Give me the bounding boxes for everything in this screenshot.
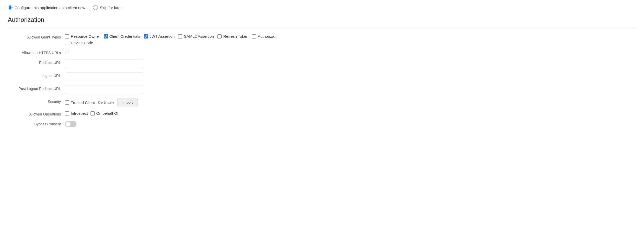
introspect-checkbox[interactable]: [65, 111, 69, 115]
skip-later-label: Skip for later: [100, 5, 122, 10]
skip-later-option[interactable]: Skip for later: [93, 5, 122, 10]
toggle-slider: [65, 121, 76, 127]
logout-url-row: Logout URL: [8, 73, 636, 81]
configure-now-label: Configure this application as a client n…: [15, 5, 85, 10]
jwt-assertion-checkbox[interactable]: [144, 34, 148, 38]
authorization-label: Authoriza...: [258, 34, 278, 38]
logout-url-controls: [65, 73, 636, 81]
post-logout-url-controls: [65, 86, 636, 94]
client-credentials-checkbox[interactable]: [104, 34, 108, 38]
authorization-form: Allowed Grant Types Resource Owner Clien…: [8, 34, 636, 127]
refresh-token-checkbox-group[interactable]: Refresh Token: [217, 34, 248, 38]
security-inner-row: Trusted Client Certificate Import: [65, 99, 138, 106]
client-credentials-label: Client Credentials: [110, 34, 140, 38]
allow-non-https-controls: [65, 50, 636, 53]
introspect-label: Introspect: [71, 111, 88, 115]
resource-owner-checkbox[interactable]: [65, 34, 69, 38]
security-controls: Trusted Client Certificate Import: [65, 99, 636, 106]
grant-types-row-1: Resource Owner Client Credentials JWT As…: [65, 34, 278, 38]
bypass-consent-label: Bypass Consent: [8, 121, 65, 126]
client-credentials-checkbox-group[interactable]: Client Credentials: [104, 34, 140, 38]
redirect-url-controls: [65, 60, 636, 68]
jwt-assertion-checkbox-group[interactable]: JWT Assertion: [144, 34, 175, 38]
introspect-checkbox-group[interactable]: Introspect: [65, 111, 88, 115]
allowed-grant-types-label: Allowed Grant Types: [8, 34, 65, 39]
authorization-checkbox[interactable]: [252, 34, 256, 38]
saml2-assertion-checkbox-group[interactable]: SAML2 Assertion: [178, 34, 214, 38]
post-logout-url-input[interactable]: [65, 86, 143, 94]
allow-non-https-checkbox[interactable]: [65, 50, 68, 53]
on-behalf-of-checkbox-group[interactable]: On behalf Of: [91, 111, 118, 115]
redirect-url-label: Redirect URL: [8, 60, 65, 65]
trusted-client-checkbox[interactable]: [65, 100, 69, 105]
security-label: Security: [8, 99, 65, 104]
device-code-checkbox-group[interactable]: Device Code: [65, 41, 93, 45]
bypass-consent-controls: [65, 121, 636, 127]
authorization-checkbox-group[interactable]: Authoriza...: [252, 34, 278, 38]
allowed-grant-types-row: Allowed Grant Types Resource Owner Clien…: [8, 34, 636, 45]
redirect-url-row: Redirect URL: [8, 60, 636, 68]
saml2-assertion-label: SAML2 Assertion: [184, 34, 214, 38]
jwt-assertion-label: JWT Assertion: [150, 34, 175, 38]
device-code-label: Device Code: [71, 41, 93, 45]
configure-now-option[interactable]: Configure this application as a client n…: [8, 5, 85, 10]
bypass-consent-toggle[interactable]: [65, 121, 76, 127]
trusted-client-label: Trusted Client: [71, 100, 95, 105]
configure-now-radio[interactable]: [8, 5, 12, 10]
resource-owner-checkbox-group[interactable]: Resource Owner: [65, 34, 100, 38]
redirect-url-input[interactable]: [65, 60, 143, 68]
on-behalf-of-checkbox[interactable]: [91, 111, 95, 115]
certificate-label: Certificate: [98, 100, 114, 105]
allowed-operations-row: Allowed Operations Introspect On behalf …: [8, 111, 636, 116]
import-button[interactable]: Import: [118, 99, 138, 106]
post-logout-url-row: Post Logout Redirect URL: [8, 86, 636, 94]
device-code-checkbox[interactable]: [65, 41, 69, 45]
resource-owner-label: Resource Owner: [71, 34, 100, 38]
grant-types-container: Resource Owner Client Credentials JWT As…: [65, 34, 278, 45]
grant-types-row-2: Device Code: [65, 41, 278, 45]
refresh-token-checkbox[interactable]: [217, 34, 222, 38]
allowed-operations-label: Allowed Operations: [8, 111, 65, 116]
allow-non-https-label: Allow non-HTTPS URLs: [8, 50, 65, 55]
bypass-consent-row: Bypass Consent: [8, 121, 636, 127]
allowed-grant-types-controls: Resource Owner Client Credentials JWT As…: [65, 34, 636, 45]
top-options: Configure this application as a client n…: [8, 5, 636, 10]
refresh-token-label: Refresh Token: [223, 34, 248, 38]
security-row: Security Trusted Client Certificate Impo…: [8, 99, 636, 106]
allowed-operations-controls: Introspect On behalf Of: [65, 111, 636, 115]
skip-later-radio[interactable]: [93, 5, 98, 10]
trusted-client-checkbox-group[interactable]: Trusted Client: [65, 100, 95, 105]
post-logout-url-label: Post Logout Redirect URL: [8, 86, 65, 91]
section-divider: [8, 28, 636, 28]
saml2-assertion-checkbox[interactable]: [178, 34, 182, 38]
allow-non-https-row: Allow non-HTTPS URLs: [8, 50, 636, 55]
section-title: Authorization: [8, 16, 636, 23]
logout-url-input[interactable]: [65, 73, 143, 81]
on-behalf-of-label: On behalf Of: [96, 111, 118, 115]
logout-url-label: Logout URL: [8, 73, 65, 78]
